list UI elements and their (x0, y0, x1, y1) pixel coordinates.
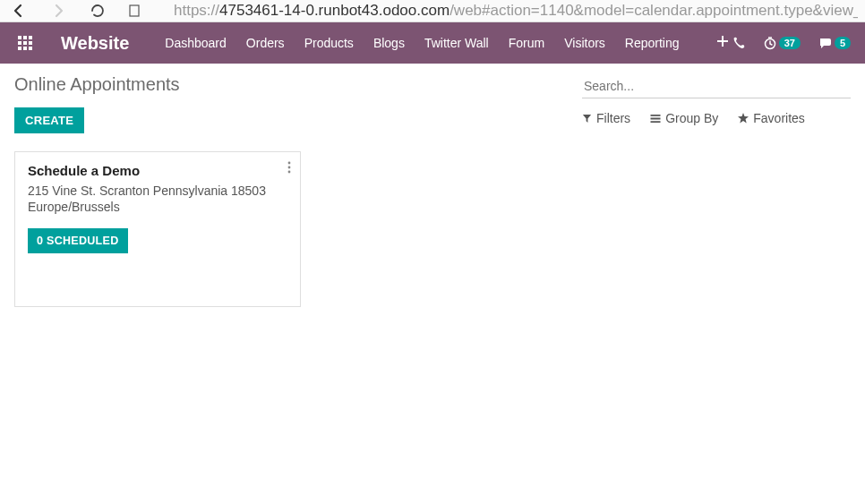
card-menu[interactable] (287, 161, 291, 174)
timer-button[interactable]: 37 (763, 36, 801, 50)
nav-item-visitors[interactable]: Visitors (564, 36, 605, 50)
conversations-button[interactable]: 5 (818, 36, 851, 50)
conversations-badge: 5 (835, 37, 851, 49)
svg-rect-4 (18, 41, 21, 45)
browser-bar: https://4753461-14-0.runbot43.odoo.com/w… (0, 0, 865, 22)
page-info-icon[interactable] (125, 4, 143, 17)
top-nav: Website Dashboard Orders Products Blogs … (0, 22, 865, 64)
control-panel: Online Appointments CREATE Filters Group… (0, 64, 865, 137)
svg-point-13 (288, 171, 291, 174)
kanban-view: Schedule a Demo 215 Vine St. Scranton Pe… (0, 137, 865, 321)
url-prefix: https:// (174, 2, 219, 19)
app-brand[interactable]: Website (61, 33, 129, 54)
svg-rect-7 (18, 47, 21, 50)
control-left: Online Appointments CREATE (14, 74, 180, 133)
url-host: 4753461-14-0.runbot43.odoo.com (219, 2, 450, 19)
forward-button[interactable] (47, 0, 70, 22)
reload-icon (90, 3, 106, 19)
nav-item-blogs[interactable]: Blogs (373, 36, 405, 50)
list-icon (650, 114, 661, 124)
nav-item-dashboard[interactable]: Dashboard (165, 36, 227, 50)
arrow-left-icon (12, 4, 26, 18)
svg-rect-3 (29, 36, 32, 39)
svg-rect-0 (130, 5, 139, 16)
filter-row: Filters Group By Favorites (582, 111, 851, 125)
control-right: Filters Group By Favorites (582, 74, 851, 125)
svg-point-12 (288, 167, 291, 169)
nav-item-products[interactable]: Products (304, 36, 354, 50)
chat-icon (818, 36, 833, 50)
kebab-icon (287, 161, 291, 174)
document-icon (128, 4, 141, 17)
card-address: 215 Vine St. Scranton Pennsylvania 18503 (28, 184, 287, 198)
nav-item-forum[interactable]: Forum (509, 36, 544, 50)
svg-rect-6 (29, 41, 32, 45)
svg-rect-2 (23, 36, 27, 39)
plus-icon (717, 36, 728, 47)
timer-badge: 37 (779, 37, 801, 49)
phone-icon (732, 37, 745, 49)
groupby-dropdown[interactable]: Group By (650, 111, 718, 125)
nav-item-orders[interactable]: Orders (246, 36, 285, 50)
nav-menu: Dashboard Orders Products Blogs Twitter … (165, 36, 727, 50)
svg-rect-8 (23, 47, 27, 50)
card-timezone: Europe/Brussels (28, 200, 287, 214)
address-bar[interactable]: https://4753461-14-0.runbot43.odoo.com/w… (174, 2, 858, 20)
favorites-dropdown[interactable]: Favorites (738, 111, 805, 125)
page-title: Online Appointments (14, 74, 180, 95)
phone-button[interactable] (732, 37, 745, 49)
card-title: Schedule a Demo (28, 163, 287, 178)
scheduled-button[interactable]: 0 SCHEDULED (28, 228, 128, 253)
nav-item-reporting[interactable]: Reporting (625, 36, 680, 50)
appointment-card[interactable]: Schedule a Demo 215 Vine St. Scranton Pe… (14, 151, 301, 307)
search-input[interactable] (582, 74, 851, 98)
nav-right: 37 5 (732, 36, 851, 50)
nav-new-content[interactable] (717, 36, 728, 50)
back-button[interactable] (7, 0, 30, 22)
filters-label: Filters (596, 111, 630, 125)
arrow-right-icon (51, 4, 65, 18)
nav-item-twitterwall[interactable]: Twitter Wall (424, 36, 489, 50)
filters-dropdown[interactable]: Filters (582, 111, 630, 125)
groupby-label: Group By (665, 111, 718, 125)
create-button[interactable]: CREATE (14, 107, 84, 133)
apps-menu[interactable] (14, 36, 36, 50)
svg-rect-9 (29, 47, 32, 50)
svg-rect-5 (23, 41, 27, 45)
favorites-label: Favorites (753, 111, 805, 125)
svg-rect-1 (18, 36, 21, 39)
star-icon (738, 113, 749, 124)
svg-point-11 (288, 162, 291, 165)
clock-icon (763, 36, 777, 50)
grid-icon (18, 36, 32, 50)
reload-button[interactable] (86, 0, 109, 22)
url-path: /web#action=1140&model=calendar.appointm… (450, 2, 858, 19)
funnel-icon (582, 114, 592, 124)
